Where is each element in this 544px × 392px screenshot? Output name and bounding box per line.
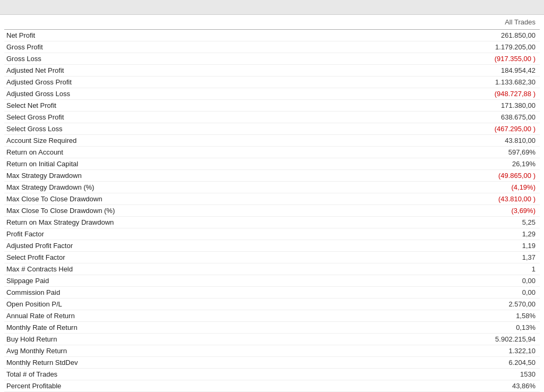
row-value: 5.902.215,94 xyxy=(383,334,540,345)
row-label: Buy Hold Return xyxy=(4,334,383,345)
row-label: Select Gross Profit xyxy=(4,112,383,123)
row-value: 597,69% xyxy=(383,147,540,158)
row-value: 43,86% xyxy=(383,380,540,392)
main-container: All Trades Net Profit261.850,00Gross Pro… xyxy=(0,0,544,392)
row-value: 6.204,50 xyxy=(383,357,540,369)
table-wrapper: All Trades Net Profit261.850,00Gross Pro… xyxy=(0,15,544,392)
row-label: Max # Contracts Held xyxy=(4,263,383,275)
row-value: 5,25 xyxy=(383,217,540,228)
header-bar xyxy=(0,0,544,15)
row-label: Return on Max Strategy Drawdown xyxy=(4,217,383,228)
row-value: (43.810,00 ) xyxy=(383,193,540,205)
table-row: Monthly Rate of Return0,13% xyxy=(4,322,540,334)
row-value: (4,19%) xyxy=(383,182,540,193)
row-label: Max Close To Close Drawdown xyxy=(4,193,383,205)
row-label: Max Close To Close Drawdown (%) xyxy=(4,205,383,217)
row-value: 26,19% xyxy=(383,158,540,170)
row-value: 184.954,42 xyxy=(383,65,540,76)
table-row: Select Gross Profit638.675,00 xyxy=(4,112,540,123)
row-value: 638.675,00 xyxy=(383,112,540,123)
row-value: (49.865,00 ) xyxy=(383,170,540,182)
table-row: Max Close To Close Drawdown(43.810,00 ) xyxy=(4,193,540,205)
table-row: Select Net Profit171.380,00 xyxy=(4,100,540,112)
row-label: Select Gross Loss xyxy=(4,123,383,135)
row-label: Slippage Paid xyxy=(4,275,383,287)
row-label: Avg Monthly Return xyxy=(4,345,383,357)
all-trades-column-header: All Trades xyxy=(383,15,540,30)
row-label: Select Profit Factor xyxy=(4,252,383,263)
row-value: 0,00 xyxy=(383,287,540,299)
row-label: Total # of Trades xyxy=(4,369,383,380)
row-value: 171.380,00 xyxy=(383,100,540,112)
table-row: Avg Monthly Return1.322,10 xyxy=(4,345,540,357)
row-label: Max Strategy Drawdown (%) xyxy=(4,182,383,193)
row-value: (917.355,00 ) xyxy=(383,53,540,65)
row-label: Adjusted Gross Profit xyxy=(4,76,383,88)
row-value: (467.295,00 ) xyxy=(383,123,540,135)
table-row: Annual Rate of Return1,58% xyxy=(4,310,540,322)
row-label: Select Net Profit xyxy=(4,100,383,112)
row-value: 1,19 xyxy=(383,240,540,252)
row-label: Profit Factor xyxy=(4,228,383,240)
row-value: 1,29 xyxy=(383,228,540,240)
table-row: Gross Profit1.179.205,00 xyxy=(4,41,540,53)
row-value: 0,13% xyxy=(383,322,540,334)
row-value: 1,37 xyxy=(383,252,540,263)
table-row: Slippage Paid0,00 xyxy=(4,275,540,287)
row-label: Commission Paid xyxy=(4,287,383,299)
row-label: Adjusted Net Profit xyxy=(4,65,383,76)
row-value: 261.850,00 xyxy=(383,30,540,41)
row-value: (948.727,88 ) xyxy=(383,88,540,100)
table-row: Max # Contracts Held1 xyxy=(4,263,540,275)
row-label: Account Size Required xyxy=(4,135,383,147)
table-row: Account Size Required43.810,00 xyxy=(4,135,540,147)
row-label: Open Position P/L xyxy=(4,299,383,310)
table-row: Max Strategy Drawdown (%)(4,19%) xyxy=(4,182,540,193)
row-value: 1.322,10 xyxy=(383,345,540,357)
table-row: Select Gross Loss(467.295,00 ) xyxy=(4,123,540,135)
table-row: Buy Hold Return5.902.215,94 xyxy=(4,334,540,345)
table-row: Gross Loss(917.355,00 ) xyxy=(4,53,540,65)
row-value: (3,69%) xyxy=(383,205,540,217)
row-label: Gross Profit xyxy=(4,41,383,53)
row-value: 1530 xyxy=(383,369,540,380)
row-label: Return on Initial Capital xyxy=(4,158,383,170)
table-row: Return on Account597,69% xyxy=(4,147,540,158)
row-value: 43.810,00 xyxy=(383,135,540,147)
row-label: Monthly Return StdDev xyxy=(4,357,383,369)
table-row: Adjusted Gross Loss(948.727,88 ) xyxy=(4,88,540,100)
row-label: Gross Loss xyxy=(4,53,383,65)
table-row: Adjusted Profit Factor1,19 xyxy=(4,240,540,252)
table-row: Commission Paid0,00 xyxy=(4,287,540,299)
table-row: Adjusted Net Profit184.954,42 xyxy=(4,65,540,76)
row-label: Percent Profitable xyxy=(4,380,383,392)
table-row: Total # of Trades1530 xyxy=(4,369,540,380)
row-label: Adjusted Profit Factor xyxy=(4,240,383,252)
row-value: 1.179.205,00 xyxy=(383,41,540,53)
row-label: Monthly Rate of Return xyxy=(4,322,383,334)
table-row: Return on Initial Capital26,19% xyxy=(4,158,540,170)
table-row: Profit Factor1,29 xyxy=(4,228,540,240)
row-label: Max Strategy Drawdown xyxy=(4,170,383,182)
table-row: Percent Profitable43,86% xyxy=(4,380,540,392)
table-row: Max Strategy Drawdown(49.865,00 ) xyxy=(4,170,540,182)
performance-table: All Trades Net Profit261.850,00Gross Pro… xyxy=(4,15,540,392)
row-value: 1,58% xyxy=(383,310,540,322)
table-row: Open Position P/L2.570,00 xyxy=(4,299,540,310)
row-value: 2.570,00 xyxy=(383,299,540,310)
table-row: Adjusted Gross Profit1.133.682,30 xyxy=(4,76,540,88)
row-label: Adjusted Gross Loss xyxy=(4,88,383,100)
row-value: 0,00 xyxy=(383,275,540,287)
label-column-header xyxy=(4,15,383,30)
row-value: 1 xyxy=(383,263,540,275)
row-value: 1.133.682,30 xyxy=(383,76,540,88)
table-row: Net Profit261.850,00 xyxy=(4,30,540,41)
table-row: Return on Max Strategy Drawdown5,25 xyxy=(4,217,540,228)
table-row: Max Close To Close Drawdown (%)(3,69%) xyxy=(4,205,540,217)
table-row: Select Profit Factor1,37 xyxy=(4,252,540,263)
table-row: Monthly Return StdDev6.204,50 xyxy=(4,357,540,369)
row-label: Return on Account xyxy=(4,147,383,158)
row-label: Annual Rate of Return xyxy=(4,310,383,322)
row-label: Net Profit xyxy=(4,30,383,41)
